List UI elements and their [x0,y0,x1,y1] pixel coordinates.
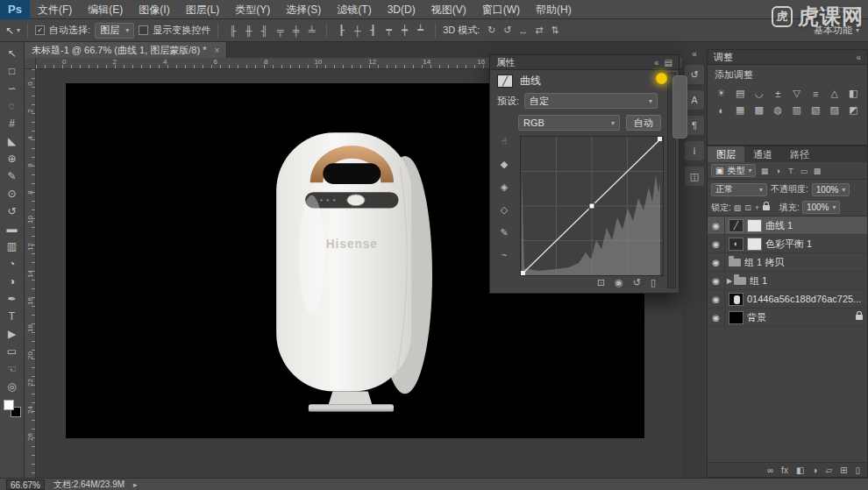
targeted-adjustment-tool-icon[interactable]: ☝ [502,136,508,147]
lock-options[interactable]: ▨ ⊡ + [734,203,770,212]
workspace-switcher[interactable]: 基本功能 ▾ [814,24,863,37]
curves-editor[interactable] [520,136,664,276]
layer-name[interactable]: 背景 [747,311,856,324]
add-adjustment-icon[interactable]: ◑ [812,465,817,475]
layer-row-image[interactable]: ◉ 01446a56c188d76ac725... [708,290,867,309]
close-icon[interactable]: × [856,4,861,14]
foreground-color-swatch[interactable] [4,400,14,410]
adjustment-icons-grid[interactable]: ☀▤◡±▽≡△◧◐▦▩◍▥▧▨◩ [708,83,867,120]
white-point-eyedropper-icon[interactable]: ◇ [501,204,508,216]
crop-tool-icon[interactable]: # [3,115,22,132]
lock-pixels-icon[interactable]: ⊡ [744,203,751,212]
brush-tool-icon[interactable]: ✎ [3,167,22,185]
expand-group-icon[interactable]: ▶ [725,277,734,285]
status-options-arrow-icon[interactable]: ▸ [133,480,138,489]
layer-name[interactable]: 曲线 1 [765,219,863,232]
collapse-panel-icon[interactable]: « [856,53,861,62]
gray-point-eyedropper-icon[interactable]: ◈ [501,181,508,193]
tab-channels[interactable]: 通道 [744,146,781,162]
menu-3d[interactable]: 3D(D) [380,0,423,19]
history-panel-icon[interactable]: ↺ [685,65,704,84]
auto-button[interactable]: 自动 [626,115,661,131]
lock-transparency-icon[interactable]: ▨ [734,203,742,212]
vertical-ruler[interactable]: 02468101214161820222426 [25,69,36,478]
healing-brush-tool-icon[interactable]: ⊕ [3,150,22,167]
dodge-tool-icon[interactable]: ◑ [3,273,22,290]
curves-layer-thumbnail[interactable]: ╱ [729,219,743,232]
document-tab[interactable]: 未标题-1 @ 66.7% (曲线 1, 图层蒙版/8) * × [25,42,227,58]
menu-file[interactable]: 文件(F) [30,0,80,19]
layer-row-color-balance[interactable]: ◉ ◐ 色彩平衡 1 [708,235,867,253]
black-point-eyedropper-icon[interactable]: ◆ [501,159,508,170]
menu-edit[interactable]: 编辑(E) [80,0,131,19]
quick-select-tool-icon[interactable]: ◌ [3,97,22,115]
add-mask-icon[interactable]: ◧ [796,465,804,475]
gradient-tool-icon[interactable]: ▥ [3,238,22,255]
restore-icon[interactable]: □ [839,4,844,14]
clone-stamp-tool-icon[interactable]: ⊙ [3,185,22,202]
lock-position-icon[interactable]: + [755,203,759,212]
color-swatches[interactable] [4,400,21,417]
eye-icon[interactable]: ◉ [708,272,725,290]
eye-icon[interactable]: ◉ [708,253,725,272]
tab-paths[interactable]: 路径 [781,146,818,162]
zoom-level-field[interactable]: 66.67% [6,479,45,490]
zoom-tool-icon[interactable]: ◎ [3,378,22,395]
eyedropper-tool-icon[interactable]: ◣ [3,132,22,150]
auto-select-target-dropdown[interactable]: 图层 ▾ [95,23,134,39]
info-panel-icon[interactable]: i [685,141,704,160]
menu-select[interactable]: 选择(S) [278,0,329,19]
eye-icon[interactable]: ◉ [708,290,725,309]
collapse-panel-icon[interactable]: « [654,58,659,67]
menu-image[interactable]: 图像(I) [131,0,177,19]
show-transform-checkbox[interactable] [139,25,148,35]
clip-to-layer-icon[interactable]: ⊡ [597,277,605,288]
layer-mask-thumbnail[interactable] [747,219,762,232]
color-balance-layer-thumbnail[interactable]: ◐ [729,238,743,251]
hand-tool-icon[interactable]: ☜ [3,360,22,378]
menu-window[interactable]: 窗口(W) [474,0,528,19]
opacity-dropdown[interactable]: 100% ▾ [812,183,850,196]
menu-layer[interactable]: 图层(L) [178,0,228,19]
menu-help[interactable]: 帮助(H) [528,0,580,19]
history-brush-tool-icon[interactable]: ↺ [3,202,22,220]
layer-name[interactable]: 组 1 拷贝 [744,256,863,269]
tab-layers[interactable]: 图层 [708,146,744,162]
layer-style-icon[interactable]: fx [781,465,788,475]
adjustments-panel-header[interactable]: 调整 « [708,50,867,65]
lock-all-icon[interactable] [763,205,770,210]
eye-icon[interactable]: ◉ [708,309,725,327]
pen-tool-icon[interactable]: ✒ [3,290,22,308]
eye-icon[interactable]: ◉ [708,217,725,235]
tool-preset[interactable]: ↖ ▾ [5,25,20,37]
properties-panel-titlebar[interactable]: 属性 « ▤ [490,55,679,70]
background-layer-thumbnail[interactable] [729,311,743,324]
channel-dropdown[interactable]: RGB ▾ [518,115,620,131]
path-select-tool-icon[interactable]: ▶ [3,325,22,343]
layer-name[interactable]: 组 1 [750,274,863,288]
menu-type[interactable]: 类型(Y) [227,0,278,19]
layer-filter-type-icons[interactable]: ▦◑T▭▩ [758,165,822,177]
type-tool-icon[interactable]: T [3,308,22,325]
delete-adjustment-icon[interactable]: ▯ [651,277,656,288]
scrollbar-thumb[interactable] [672,75,687,138]
marquee-tool-icon[interactable]: □ [3,62,22,80]
preset-dropdown[interactable]: 自定 ▾ [524,93,658,109]
close-tab-icon[interactable]: × [214,46,219,55]
fill-dropdown[interactable]: 100% ▾ [802,201,841,214]
image-layer-thumbnail[interactable] [729,293,743,306]
properties-scrollbar[interactable] [667,73,676,288]
auto-select-checkbox[interactable]: ✓ [35,25,45,35]
delete-layer-icon[interactable]: ▯ [855,465,860,475]
new-layer-icon[interactable]: ⊞ [840,465,847,475]
menu-filter[interactable]: 滤镜(T) [329,0,379,19]
3d-mode-icons-group[interactable]: ↻↺↔⇄⇅ [484,23,562,38]
eraser-tool-icon[interactable]: ▬ [3,220,22,238]
layer-row-curves[interactable]: ◉ ╱ 曲线 1 [708,217,867,235]
blend-mode-dropdown[interactable]: 正常 ▾ [711,183,767,196]
layer-mask-thumbnail[interactable] [747,238,762,251]
layer-name[interactable]: 色彩平衡 1 [765,238,863,251]
new-group-icon[interactable]: ▱ [825,465,832,475]
layer-row-group[interactable]: ◉ ▶ 组 1 [708,272,867,290]
eye-icon[interactable]: ◉ [708,235,725,253]
